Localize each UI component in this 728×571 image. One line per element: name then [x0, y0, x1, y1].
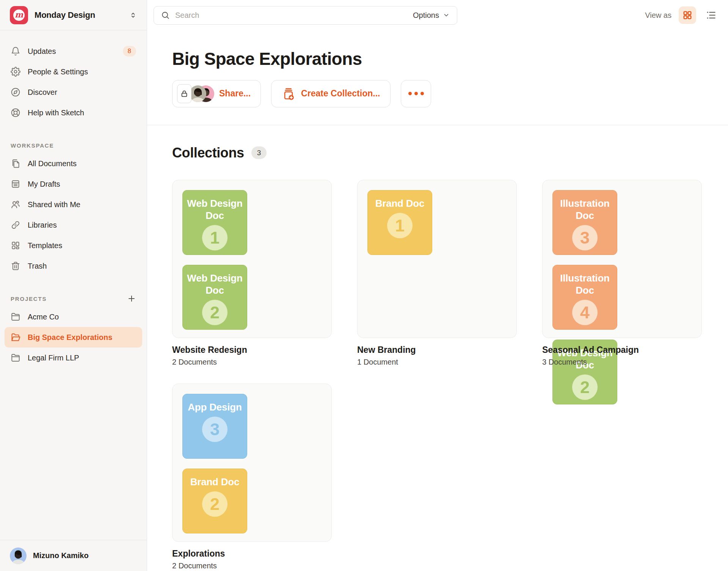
list-view-button[interactable] — [703, 6, 719, 24]
sidebar-section-title: WORKSPACE — [11, 142, 136, 149]
doc-thumbnail-title: Brand Doc — [375, 197, 425, 209]
sidebar-item-discover[interactable]: Discover — [0, 82, 147, 102]
folder-icon — [11, 312, 20, 322]
documents-icon — [11, 159, 20, 168]
section-divider — [147, 125, 728, 125]
sidebar-item-my-drafts[interactable]: My Drafts — [0, 174, 147, 194]
sidebar-item-updates[interactable]: Updates8 — [0, 41, 147, 61]
search-box: Options — [154, 6, 457, 25]
add-project-button[interactable] — [127, 294, 136, 303]
collection-explorations: App Design3Brand Doc2Explorations2 Docum… — [172, 384, 332, 570]
sidebar-item-all-documents[interactable]: All Documents — [0, 153, 147, 174]
doc-thumbnail[interactable]: Web Design Doc2 — [182, 265, 247, 330]
collection-card[interactable]: Illustration Doc3Illustration Doc4Web De… — [542, 180, 702, 338]
sidebar-item-libraries[interactable]: Libraries — [0, 215, 147, 235]
workspace-switcher[interactable]: m Monday Design — [0, 0, 147, 30]
view-controls: View as — [645, 6, 719, 24]
lock-icon — [177, 84, 191, 103]
doc-thumbnail[interactable]: Web Design Doc1 — [182, 190, 247, 255]
sidebar-item-label: Libraries — [28, 221, 136, 230]
create-collection-button[interactable]: Create Collection... — [271, 80, 391, 107]
doc-thumbnail-number: 2 — [210, 304, 220, 321]
create-collection-label: Create Collection... — [301, 88, 380, 99]
sidebar: m Monday Design Updates8People & Setting… — [0, 0, 147, 571]
collection-card[interactable]: Brand Doc1 — [357, 180, 517, 338]
list-view-icon — [706, 10, 716, 20]
doc-thumbnail-title: Web Design Doc — [186, 197, 244, 222]
doc-thumbnail-number-circle: 2 — [572, 374, 598, 400]
grid-view-button[interactable] — [679, 6, 696, 24]
people-icon — [11, 200, 20, 209]
sidebar-item-templates[interactable]: Templates — [0, 235, 147, 256]
drafts-icon — [11, 179, 20, 189]
libraries-icon — [11, 220, 20, 230]
gear-icon — [11, 67, 20, 77]
sidebar-item-label: People & Settings — [28, 68, 136, 76]
doc-thumbnail[interactable]: Brand Doc1 — [367, 190, 432, 255]
collection-name: Website Redesign — [172, 345, 332, 355]
sidebar-section-workspace: WORKSPACE — [0, 137, 147, 153]
more-options-button[interactable] — [401, 80, 431, 107]
doc-thumbnail-title: Illustration Doc — [556, 272, 614, 296]
doc-thumbnail[interactable]: Illustration Doc3 — [552, 190, 617, 255]
sidebar-item-label: My Drafts — [28, 180, 136, 189]
ellipsis-icon — [420, 92, 424, 95]
collection-card[interactable]: App Design3Brand Doc2 — [172, 384, 332, 542]
doc-thumbnail[interactable]: Brand Doc2 — [182, 469, 247, 533]
collection-card[interactable]: Web Design Doc1Web Design Doc2 — [172, 180, 332, 338]
workspace-logo: m — [10, 6, 28, 24]
workspace-switch-chevrons-icon[interactable] — [129, 11, 137, 20]
sidebar-item-label: Updates — [28, 47, 116, 56]
ellipsis-icon — [414, 92, 418, 95]
topbar: Options View as — [147, 0, 728, 30]
sidebar-item-people-settings[interactable]: People & Settings — [0, 61, 147, 82]
doc-thumbnail-number: 1 — [210, 229, 220, 246]
doc-thumbnail-number-circle: 4 — [572, 300, 598, 325]
share-button[interactable]: Share... — [172, 80, 261, 107]
doc-thumbnail-number: 4 — [580, 304, 590, 321]
collections-heading: Collections — [172, 145, 244, 161]
doc-thumbnail-title: Web Design Doc — [186, 272, 244, 296]
search-options-button[interactable]: Options — [413, 11, 450, 20]
search-icon — [161, 11, 170, 20]
sidebar-section-title: PROJECTS — [11, 296, 127, 302]
doc-thumbnail[interactable]: App Design3 — [182, 394, 247, 459]
sidebar-top-nav: Updates8People & SettingsDiscoverHelp wi… — [0, 30, 147, 123]
doc-thumbnail-number-circle: 3 — [202, 417, 228, 442]
user-name: Mizuno Kamiko — [33, 551, 89, 560]
doc-thumbnail-number: 2 — [580, 379, 590, 396]
chevron-down-icon — [442, 11, 450, 19]
sidebar-item-label: Discover — [28, 88, 136, 97]
doc-thumbnail-number: 3 — [580, 229, 590, 246]
compass-icon — [11, 87, 20, 97]
workspace-name: Monday Design — [35, 10, 123, 20]
collection-name: Explorations — [172, 549, 332, 559]
sidebar-item-help-with-sketch[interactable]: Help with Sketch — [0, 102, 147, 123]
sidebar-section-projects: PROJECTS — [0, 291, 147, 307]
share-button-label: Share... — [219, 88, 251, 99]
sidebar-item-label: Shared with Me — [28, 200, 136, 209]
sidebar-item-label: Legal Firm LLP — [28, 354, 136, 362]
user-avatar — [10, 547, 27, 564]
main-content: Options View as Big Space Explorations — [147, 0, 728, 571]
sidebar-item-trash[interactable]: Trash — [0, 256, 147, 276]
current-user[interactable]: Mizuno Kamiko — [0, 540, 147, 571]
sidebar-item-label: Help with Sketch — [28, 109, 136, 117]
templates-icon — [11, 241, 20, 250]
search-input[interactable] — [175, 11, 408, 20]
doc-thumbnail[interactable]: Illustration Doc4 — [552, 265, 617, 330]
collaborator-avatar — [190, 85, 206, 102]
sidebar-item-acme-co[interactable]: Acme Co — [0, 307, 147, 327]
sidebar-item-shared-with-me[interactable]: Shared with Me — [0, 194, 147, 215]
search-options-label: Options — [413, 11, 439, 20]
collection-name: Seasonal Ad Campaign — [542, 345, 702, 355]
sidebar-item-legal-firm-llp[interactable]: Legal Firm LLP — [0, 348, 147, 368]
sidebar-item-big-space-explorations[interactable]: Big Space Explorations — [5, 327, 142, 348]
doc-thumbnail-title: App Design — [188, 401, 242, 413]
create-collection-icon — [282, 87, 295, 101]
grid-view-icon — [682, 10, 692, 20]
collection-doc-count: 3 Documents — [542, 358, 702, 367]
trash-icon — [11, 261, 20, 271]
doc-thumbnail-number-circle: 2 — [202, 491, 228, 517]
page-title: Big Space Explorations — [172, 49, 728, 69]
